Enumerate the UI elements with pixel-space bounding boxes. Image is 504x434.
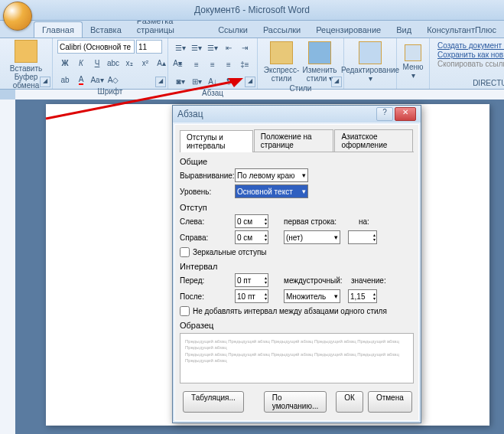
mirror-indent-label: Зеркальные отступы — [193, 248, 267, 256]
indent-right-spin[interactable]: 0 см — [235, 230, 268, 244]
tab-consultant[interactable]: КонсультантПлюс — [419, 22, 504, 38]
paragraph-launcher-icon[interactable]: ◢ — [245, 77, 255, 87]
dialog-close-button[interactable]: ✕ — [395, 107, 416, 121]
before-spin[interactable]: 0 пт — [235, 273, 268, 287]
directum-link-copy[interactable]: Скопировать ссылку в буфер — [437, 60, 504, 68]
justify-icon[interactable]: ≡ — [221, 57, 236, 72]
vertical-ruler[interactable] — [0, 100, 16, 434]
at-label: значение: — [351, 276, 386, 285]
dialog-tabs: Отступы и интервалы Положение на страниц… — [180, 129, 414, 152]
tab-review[interactable]: Рецензирование — [308, 22, 389, 38]
group-directum: Создать документ из шаблона Сохранить ка… — [430, 38, 504, 89]
express-styles-button[interactable]: Экспресс-стили — [262, 40, 301, 84]
group-styles: Экспресс-стили Изменить стили ▾ Стили ◢ — [258, 38, 344, 89]
grow-font-icon[interactable]: A▴ — [154, 55, 169, 70]
underline-button[interactable]: Ч — [89, 55, 105, 70]
dialog-tab-indents[interactable]: Отступы и интервалы — [180, 130, 253, 152]
directum-link-template[interactable]: Создать документ из шаблона — [437, 41, 504, 50]
align-center-icon[interactable]: ≡ — [189, 57, 204, 72]
line-spacing-icon[interactable]: ‡≡ — [237, 57, 252, 72]
mirror-indent-checkbox[interactable] — [180, 247, 190, 257]
line-spacing-combo[interactable]: Множитель — [284, 289, 340, 303]
shading-icon[interactable]: ◙▾ — [173, 73, 188, 89]
change-styles-icon — [308, 41, 331, 64]
sup-button[interactable]: x² — [138, 55, 153, 70]
paste-button[interactable]: Вставить — [5, 40, 47, 73]
tabs-button[interactable]: Табуляция... — [183, 391, 244, 413]
menu-button[interactable]: Меню ▾ — [402, 40, 424, 84]
borders-icon[interactable]: ⊞▾ — [189, 73, 204, 89]
dialog-title: Абзац — [177, 109, 203, 119]
after-label: После: — [180, 292, 235, 301]
font-size-select[interactable] — [136, 40, 162, 54]
dialog-tab-position[interactable]: Положение на странице — [254, 129, 334, 152]
align-combo[interactable]: По левому краю — [235, 168, 308, 182]
first-line-label: первая строка: — [284, 217, 343, 226]
ribbon-tabs: Главная Вставка Разметка страницы Ссылки… — [0, 21, 504, 38]
tab-mailings[interactable]: Рассылки — [255, 22, 308, 38]
section-general: Общие — [180, 157, 414, 166]
ok-button[interactable]: ОК — [336, 391, 363, 413]
tab-view[interactable]: Вид — [389, 22, 419, 38]
level-label: Уровень: — [180, 188, 235, 196]
section-sample: Образец — [180, 321, 414, 330]
font-family-select[interactable] — [57, 40, 135, 54]
find-icon — [359, 41, 382, 64]
strike-button[interactable]: abc — [106, 55, 121, 70]
styles-launcher-icon[interactable]: ◢ — [331, 77, 342, 87]
group-editing: Редактирование ▾ — [344, 38, 397, 89]
no-add-space-checkbox[interactable] — [180, 306, 190, 316]
sort-icon[interactable]: A↓ — [205, 73, 220, 89]
default-button[interactable]: По умолчанию... — [264, 391, 327, 413]
at-spin[interactable]: 1,15 — [348, 289, 377, 303]
title-bar: Документ6 - Microsoft Word — [0, 0, 504, 21]
clipboard-launcher-icon[interactable]: ◢ — [40, 77, 50, 87]
sub-button[interactable]: x₂ — [122, 55, 137, 70]
inc-indent-icon[interactable]: ⇥ — [237, 40, 252, 55]
cancel-button[interactable]: Отмена — [368, 391, 412, 413]
after-spin[interactable]: 10 пт — [235, 289, 268, 303]
sample-preview: Предыдущий абзац Предыдущий абзац Предыд… — [180, 333, 414, 383]
section-indent: Отступ — [180, 203, 414, 212]
window-title: Документ6 - Microsoft Word — [194, 5, 310, 15]
dec-indent-icon[interactable]: ⇤ — [221, 40, 236, 55]
align-left-icon[interactable]: ≡ — [173, 57, 188, 72]
line-spacing-label: междустрочный: — [284, 276, 343, 285]
dialog-titlebar[interactable]: Абзац ? ✕ — [173, 106, 421, 122]
tab-home[interactable]: Главная — [34, 21, 83, 38]
office-button[interactable] — [3, 2, 32, 31]
before-label: Перед: — [180, 276, 235, 285]
tab-insert[interactable]: Вставка — [83, 22, 129, 38]
bold-button[interactable]: Ж — [57, 55, 73, 70]
section-spacing: Интервал — [180, 262, 414, 271]
bullets-icon[interactable]: ☰▾ — [173, 40, 188, 55]
show-marks-icon[interactable]: ¶ — [221, 73, 236, 89]
first-line-by-spin[interactable] — [348, 230, 377, 244]
highlight-button[interactable]: ab — [57, 72, 73, 87]
clear-format-button[interactable]: A◇ — [106, 72, 121, 87]
ribbon: Вставить Буфер обмена ◢ Ж К Ч abc x₂ x² … — [0, 38, 504, 90]
group-paragraph: ☰▾ ☰▾ ☰▾ ⇤ ⇥ ≡ ≡ ≡ ≡ ‡≡ ◙▾ ⊞▾ A↓ ¶ Абзац… — [168, 38, 258, 89]
express-styles-icon — [270, 41, 293, 64]
italic-button[interactable]: К — [73, 55, 89, 70]
indent-right-label: Справа: — [180, 233, 235, 242]
align-label: Выравнивание: — [180, 171, 235, 180]
group-menu: Меню ▾ — [397, 38, 430, 89]
menu-icon — [405, 44, 421, 61]
editing-button[interactable]: Редактирование ▾ — [349, 40, 392, 84]
directum-link-save[interactable]: Сохранить как новый документ — [437, 51, 504, 59]
first-line-combo[interactable]: (нет) — [284, 230, 340, 244]
level-combo[interactable]: Основной текст — [235, 184, 308, 198]
tab-references[interactable]: Ссылки — [210, 22, 255, 38]
numbering-icon[interactable]: ☰▾ — [189, 40, 204, 55]
group-clipboard: Вставить Буфер обмена ◢ — [0, 38, 53, 89]
indent-left-spin[interactable]: 0 см — [235, 214, 268, 228]
dialog-help-button[interactable]: ? — [376, 107, 393, 121]
font-launcher-icon[interactable]: ◢ — [155, 77, 166, 87]
multilevel-icon[interactable]: ☰▾ — [205, 40, 220, 55]
dialog-tab-asian[interactable]: Азиатское оформление — [334, 129, 413, 152]
group-font: Ж К Ч abc x₂ x² A▴ A▾ ab A Aa▾ A◇ Шрифт … — [53, 38, 168, 89]
change-case-button[interactable]: Aa▾ — [89, 72, 105, 87]
font-color-button[interactable]: A — [73, 72, 89, 87]
align-right-icon[interactable]: ≡ — [205, 57, 220, 72]
